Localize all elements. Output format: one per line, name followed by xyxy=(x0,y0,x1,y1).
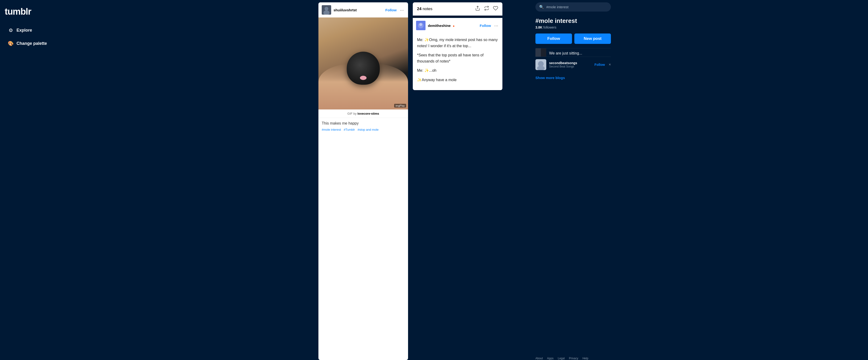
reblog-button[interactable] xyxy=(484,6,489,12)
follow-tag-button[interactable]: Follow xyxy=(535,33,572,44)
imgplay-badge: imgPlay xyxy=(394,104,406,108)
tag-actions: Follow New post xyxy=(535,33,611,44)
notes-actions xyxy=(475,6,498,12)
sidebar-item-palette[interactable]: 🎨 Change palette xyxy=(5,38,57,49)
mole-shape xyxy=(347,52,380,85)
post-body-left: This makes me happy #mole interest #Tumb… xyxy=(318,118,408,135)
svg-point-1 xyxy=(324,7,328,10)
blog-info-secondbeatsongs: secondbeatsongs Second Beat Songs xyxy=(549,61,592,68)
search-input[interactable] xyxy=(546,5,607,9)
post-card-right: demitheshine ⬥ Follow ··· Me: ✨Omg, my m… xyxy=(413,18,502,90)
blog-suggestion-secondbeatsongs: secondbeatsongs Second Beat Songs Follow… xyxy=(535,57,611,72)
tumblr-logo: tumblr xyxy=(5,7,57,17)
sidebar: tumblr ⊙ Explore 🎨 Change palette xyxy=(0,0,61,360)
sidebar-item-label: Change palette xyxy=(17,41,47,46)
follow-button-left[interactable]: Follow xyxy=(385,8,397,12)
footer-privacy[interactable]: Privacy xyxy=(569,357,578,360)
post-line-2: *Sees that the top posts all have tens o… xyxy=(417,52,498,64)
footer-legal[interactable]: Legal xyxy=(558,357,565,360)
like-button[interactable] xyxy=(493,6,498,12)
show-more-blogs-button[interactable]: Show more blogs xyxy=(535,72,611,84)
blog-avatar-secondbeatsongs xyxy=(535,59,546,70)
sidebar-item-explore[interactable]: ⊙ Explore xyxy=(5,25,57,36)
post-line-1: Me: ✨Omg, my mole interest post has so m… xyxy=(417,37,498,49)
search-bar[interactable]: 🔍 xyxy=(535,2,611,11)
gif-author[interactable]: lovecore-stims xyxy=(357,112,379,115)
avatar-image-right xyxy=(416,21,426,30)
post-text-left: This makes me happy xyxy=(322,121,405,125)
avatar-right xyxy=(416,21,426,30)
palette-icon: 🎨 xyxy=(7,40,14,47)
footer-links: About Apps Legal Privacy Help xyxy=(535,354,611,360)
username-left: shuiiluvshrtst xyxy=(334,8,383,12)
notes-count: 24 notes xyxy=(417,7,432,11)
svg-point-5 xyxy=(420,23,422,26)
main-content: shuiiluvshrtst Follow ··· imgPlay GIF by… xyxy=(61,0,868,360)
share-button[interactable] xyxy=(475,6,480,12)
footer-help[interactable]: Help xyxy=(582,357,588,360)
partial-blog-text: We are just sitting... xyxy=(549,51,582,55)
tag-title: #mole interest xyxy=(535,17,611,25)
svg-rect-8 xyxy=(541,48,546,57)
post-tags-left: #mole interest #Tumblr #stop and mole xyxy=(322,128,405,131)
post-line-4: ✨Anyway have a mole xyxy=(417,77,498,83)
post-content-right: Me: ✨Omg, my mole interest post has so m… xyxy=(413,33,502,90)
username-right: demitheshine ⬥ xyxy=(428,24,477,28)
mole-gif: imgPlay xyxy=(318,18,408,110)
blog-follow-button-secondbeatsongs[interactable]: Follow xyxy=(594,63,605,66)
tag-mole-interest[interactable]: #mole interest xyxy=(322,128,341,131)
notes-bar: 24 notes xyxy=(413,2,502,16)
post-header-right: demitheshine ⬥ Follow ··· xyxy=(413,18,502,33)
more-button-left[interactable]: ··· xyxy=(399,7,405,13)
tag-tumblr[interactable]: #Tumblr xyxy=(344,128,355,131)
post-card-left: shuiiluvshrtst Follow ··· imgPlay GIF by… xyxy=(318,2,408,360)
avatar-left xyxy=(322,5,331,14)
svg-rect-7 xyxy=(535,48,541,57)
mole-nose xyxy=(360,76,367,80)
new-post-button[interactable]: New post xyxy=(574,33,611,44)
blog-display-secondbeatsongs: Second Beat Songs xyxy=(549,65,592,68)
feed: shuiiluvshrtst Follow ··· imgPlay GIF by… xyxy=(318,2,531,360)
more-button-right[interactable]: ··· xyxy=(493,23,499,28)
explore-icon: ⊙ xyxy=(7,27,14,33)
sidebar-item-label: Explore xyxy=(17,28,32,33)
partial-avatar xyxy=(535,48,546,57)
post-line-3: Me: ✨...oh xyxy=(417,67,498,73)
right-sidebar: 🔍 #mole interest 3.8K followers Follow N… xyxy=(535,2,611,360)
blog-name-secondbeatsongs: secondbeatsongs xyxy=(549,61,592,65)
gif-credit: GIF by lovecore-stims xyxy=(318,110,408,118)
blog-suggestion-partial: We are just sitting... xyxy=(535,48,611,57)
tag-followers: 3.8K followers xyxy=(535,26,611,29)
follow-button-right[interactable]: Follow xyxy=(480,24,491,28)
footer-about[interactable]: About xyxy=(535,357,543,360)
search-icon: 🔍 xyxy=(539,5,544,9)
mod-badge: ⬥ xyxy=(453,24,455,28)
avatar-image-left xyxy=(322,5,331,14)
footer-apps[interactable]: Apps xyxy=(547,357,553,360)
post-header-left: shuiiluvshrtst Follow ··· xyxy=(318,2,408,18)
tag-stop-mole[interactable]: #stop and mole xyxy=(358,128,379,131)
tag-header: #mole interest 3.8K followers xyxy=(535,15,611,33)
blog-close-button-secondbeatsongs[interactable]: × xyxy=(609,62,611,67)
